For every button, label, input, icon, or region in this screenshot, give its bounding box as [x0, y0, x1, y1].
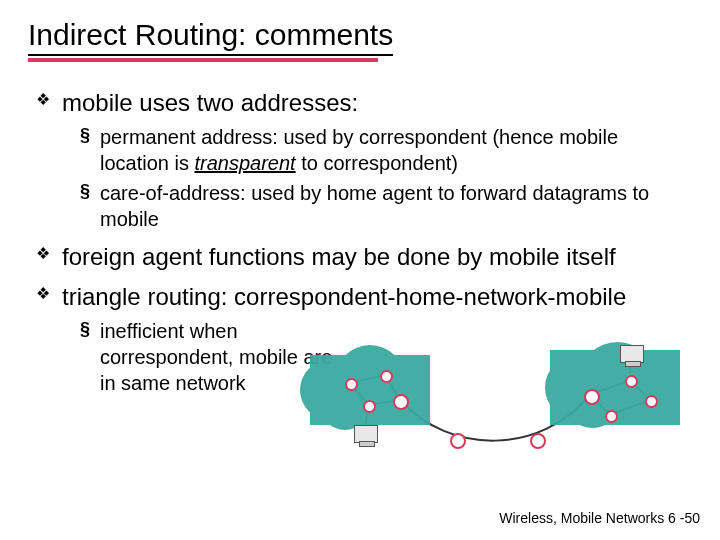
- slide: Indirect Routing: comments mobile uses t…: [0, 0, 720, 540]
- router-node: [450, 433, 466, 449]
- bullet-2: foreign agent functions may be done by m…: [36, 242, 692, 272]
- slide-title: Indirect Routing: comments: [28, 18, 393, 56]
- router-node: [605, 410, 618, 423]
- router-node: [393, 394, 409, 410]
- host-icon: [354, 425, 378, 443]
- bullet-1-text: mobile uses two addresses:: [62, 89, 358, 116]
- router-node: [345, 378, 358, 391]
- bullet-1-sublist: permanent address: used by correspondent…: [62, 124, 692, 232]
- bullet-1-sub-2: care-of-address: used by home agent to f…: [80, 180, 692, 232]
- router-node: [584, 389, 600, 405]
- bullet-1: mobile uses two addresses: permanent add…: [36, 88, 692, 232]
- router-node: [363, 400, 376, 413]
- bullet-1-sub-1-em: transparent: [195, 152, 296, 174]
- bullet-1-sub-1b: to correspondent): [296, 152, 458, 174]
- router-node: [380, 370, 393, 383]
- bullet-3-text: triangle routing: correspondent-home-net…: [62, 283, 626, 310]
- bullet-1-sub-1: permanent address: used by correspondent…: [80, 124, 692, 176]
- host-icon: [620, 345, 644, 363]
- bullet-3-sublist: inefficient when correspondent, mobile a…: [62, 318, 340, 396]
- network-diagram: [330, 345, 660, 465]
- cloud-left: [310, 355, 430, 425]
- router-node: [625, 375, 638, 388]
- title-underline-accent: [28, 58, 378, 62]
- router-node: [530, 433, 546, 449]
- router-node: [645, 395, 658, 408]
- slide-footer: Wireless, Mobile Networks 6 -50: [499, 510, 700, 526]
